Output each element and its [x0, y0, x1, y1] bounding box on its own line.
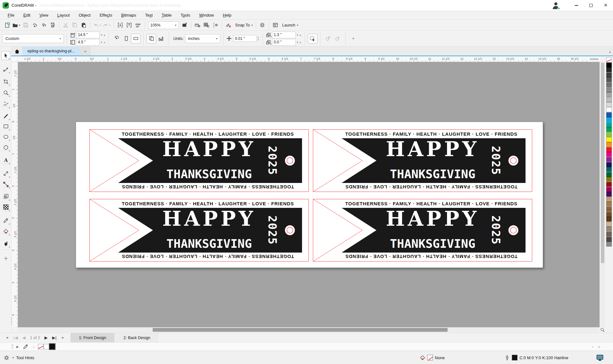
launch-app-button[interactable]: [271, 21, 280, 30]
account-avatar[interactable]: [552, 1, 560, 10]
palette-flyout-arrow[interactable]: ▶: [13, 343, 22, 351]
thanksgiving-tag-1[interactable]: TOGETHERNESS · FAMILY · HEALTH · LAUGHTE…: [89, 129, 309, 192]
horizontal-scrollbar-thumb[interactable]: [153, 328, 448, 332]
palette-swatch[interactable]: [606, 162, 612, 167]
welcome-home-tab[interactable]: [11, 47, 22, 56]
paste-button[interactable]: [79, 21, 88, 30]
palette-swatch[interactable]: [606, 137, 612, 142]
current-page-size-button[interactable]: [156, 34, 166, 43]
menu-effects[interactable]: Effects: [95, 11, 117, 19]
interactive-fill-tool[interactable]: [1, 227, 10, 236]
export-button[interactable]: [125, 21, 134, 30]
vertical-scrollbar[interactable]: [600, 62, 605, 327]
drop-shadow-tool[interactable]: [1, 192, 10, 201]
duplicate-y-field[interactable]: 0.0 ": [272, 39, 296, 46]
crop-tool[interactable]: [1, 77, 10, 86]
palette-swatch[interactable]: [606, 157, 612, 162]
horizontal-ruler[interactable]: inches 1 1/211/201/211 1/222 1/233 1/244…: [18, 57, 600, 62]
apply-fill-button[interactable]: [333, 34, 343, 43]
all-pages-size-button[interactable]: [147, 34, 156, 43]
nudge-field[interactable]: 0.01 ": [233, 35, 257, 42]
snap-disabled-button[interactable]: [224, 21, 233, 30]
menu-window[interactable]: Window: [195, 11, 218, 19]
vertical-scrollbar-thumb[interactable]: [601, 63, 604, 263]
open-document-button[interactable]: ▾: [11, 21, 21, 30]
palette-swatch[interactable]: [606, 232, 612, 237]
zoom-level-combo[interactable]: 105%▾: [148, 21, 179, 29]
menu-layout[interactable]: Layout: [53, 11, 74, 19]
palette-swatch[interactable]: [606, 217, 612, 222]
show-grid-button[interactable]: [202, 21, 211, 30]
new-document-tab-button[interactable]: +: [80, 47, 91, 56]
vertical-ruler[interactable]: inches 1 1/211/201/211 1/222 1/233 1/244…: [11, 62, 18, 327]
palette-swatch[interactable]: [606, 167, 612, 172]
palette-swatch[interactable]: [606, 212, 612, 217]
add-tool[interactable]: [1, 254, 10, 263]
palette-swatch[interactable]: [606, 107, 612, 112]
palette-swatch[interactable]: [606, 192, 612, 197]
palette-swatch[interactable]: [606, 117, 612, 122]
page-width-field[interactable]: 14.5 ": [76, 32, 100, 38]
palette-swatch[interactable]: [606, 112, 612, 117]
page-preset-select[interactable]: Custom ▾: [3, 34, 64, 43]
page-width-spinner[interactable]: ▾▴: [100, 34, 106, 36]
page-tab-back-design[interactable]: 2: Back Design: [115, 333, 159, 343]
pick-tool[interactable]: [1, 51, 10, 60]
full-screen-preview-button[interactable]: [180, 21, 189, 30]
page-height-field[interactable]: 4.5 ": [76, 39, 100, 46]
fill-color-swatch[interactable]: [427, 355, 433, 360]
palette-swatch[interactable]: [606, 237, 612, 242]
cut-button[interactable]: [61, 21, 70, 30]
mesh-fill-tool[interactable]: [1, 202, 10, 211]
palette-swatch[interactable]: [606, 92, 612, 97]
menu-table[interactable]: Table: [157, 11, 176, 19]
duplicate-y-spinner[interactable]: ▾▴: [296, 41, 302, 44]
palette-swatch[interactable]: [606, 207, 612, 212]
drawing-canvas[interactable]: TOGETHERNESS · FAMILY · HEALTH · LAUGHTE…: [18, 62, 600, 327]
duplicate-x-spinner[interactable]: ▾▴: [296, 34, 302, 36]
document-swatch-white[interactable]: [44, 344, 49, 349]
palette-swatch[interactable]: [606, 182, 612, 187]
palette-swatch[interactable]: [606, 77, 612, 82]
palette-scroll-left[interactable]: ‹: [30, 343, 38, 351]
first-page-button[interactable]: |◀: [11, 334, 20, 342]
horizontal-scrollbar[interactable]: [18, 327, 600, 332]
palette-swatch[interactable]: [606, 187, 612, 192]
landscape-button[interactable]: [131, 34, 140, 43]
palette-swatch[interactable]: [606, 87, 612, 92]
polygon-tool[interactable]: [1, 143, 10, 152]
palette-swatch[interactable]: [606, 82, 612, 87]
palette-swatch[interactable]: [606, 227, 612, 231]
status-gear-icon[interactable]: [4, 355, 9, 360]
page-height-spinner[interactable]: ▾▴: [100, 41, 106, 44]
snap-to-button[interactable]: Snap To▾: [233, 21, 254, 30]
thanksgiving-tag-4[interactable]: TOGETHERNESS · FAMILY · HEALTH · LAUGHTE…: [313, 199, 532, 262]
next-page-button[interactable]: ▶: [42, 334, 50, 342]
print-button[interactable]: [48, 21, 57, 30]
restore-button[interactable]: [584, 0, 598, 11]
treat-as-filled-button[interactable]: [308, 34, 317, 43]
minimize-button[interactable]: [569, 0, 584, 11]
menu-file[interactable]: File: [3, 11, 19, 19]
add-page-button-2[interactable]: +: [58, 334, 67, 342]
ruler-corner[interactable]: [11, 57, 18, 62]
document-swatch-none[interactable]: [38, 344, 43, 349]
cloud-upload-button[interactable]: [39, 21, 48, 30]
palette-swatch[interactable]: [606, 202, 612, 207]
ellipse-tool[interactable]: [1, 132, 10, 141]
menu-tools[interactable]: Tools: [176, 11, 194, 19]
fill-status-icon[interactable]: [420, 355, 425, 360]
shape-tool[interactable]: [1, 64, 10, 73]
duplicate-x-field[interactable]: 1.3 ": [272, 32, 296, 38]
import-button[interactable]: [116, 21, 125, 30]
palette-swatch[interactable]: [606, 197, 612, 202]
palette-swatch[interactable]: [606, 67, 612, 72]
menu-help[interactable]: Help: [218, 11, 236, 19]
palette-swatch[interactable]: [606, 172, 612, 177]
outline-pen-icon[interactable]: [504, 355, 510, 360]
palette-swatch[interactable]: [606, 177, 612, 182]
portrait-button[interactable]: [121, 34, 131, 43]
zoom-corner-button[interactable]: [600, 327, 613, 332]
customize-plus-button[interactable]: +: [349, 34, 358, 43]
connector-tool[interactable]: [1, 180, 10, 189]
